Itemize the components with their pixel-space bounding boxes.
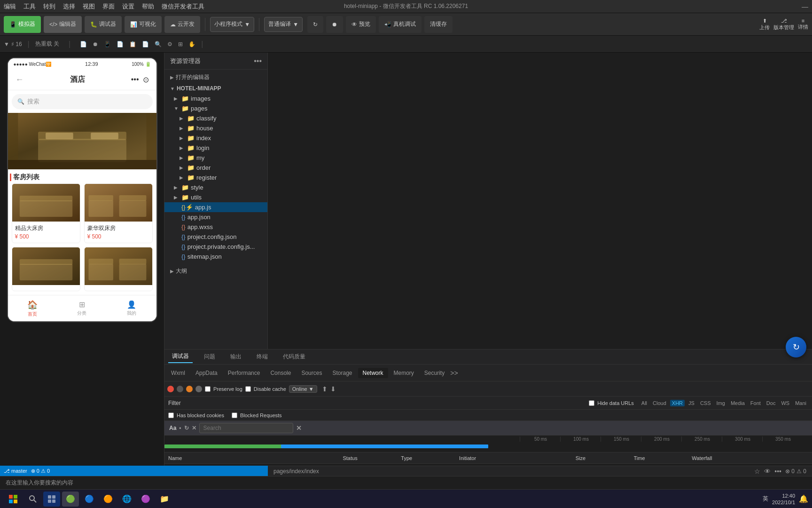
record-button[interactable]: ⏺: [326, 16, 343, 33]
refresh-button[interactable]: ↻: [307, 16, 323, 33]
preserve-log-checkbox[interactable]: [205, 386, 211, 392]
blocked-req-checkbox[interactable]: [232, 413, 237, 418]
tree-item-appwxss[interactable]: {} app.wxss: [164, 222, 267, 232]
cache-button[interactable]: 清缓存: [424, 16, 453, 33]
tree-item-my[interactable]: ▶ 📁 my: [164, 153, 267, 163]
search-close-btn[interactable]: ✕: [296, 424, 302, 432]
room-card-1[interactable]: 精品大床房 ¥ 500: [12, 183, 80, 243]
menu-item-settings[interactable]: 设置: [122, 2, 134, 11]
tree-item-sitemap[interactable]: {} sitemap.json: [164, 252, 267, 262]
filter-img[interactable]: Img: [715, 400, 727, 406]
devtools-tab-debugger[interactable]: 调试器: [168, 350, 193, 363]
menu-item-view[interactable]: 视图: [83, 2, 95, 11]
taskbar-search[interactable]: [24, 492, 41, 507]
grid-sec-btn[interactable]: ⊞: [178, 41, 183, 48]
floating-avatar[interactable]: ↻: [786, 337, 806, 357]
taskbar-browser[interactable]: 🌐: [118, 492, 135, 507]
disable-cache-checkbox[interactable]: [245, 386, 251, 392]
editor-button[interactable]: </> 编辑器: [44, 16, 82, 33]
gear-sec-btn[interactable]: ⚙: [167, 41, 172, 48]
hide-data-urls-checkbox[interactable]: [589, 400, 594, 406]
file-icon-btn[interactable]: 📄: [80, 41, 87, 48]
taskbar-app-5[interactable]: 🟣: [137, 492, 154, 507]
notification-icon[interactable]: 🔔: [799, 494, 808, 503]
tree-item-house[interactable]: ▶ 📁 house: [164, 123, 267, 133]
cloud-button[interactable]: ☁ 云开发: [164, 16, 200, 33]
record-network-button[interactable]: [167, 386, 174, 392]
more-status-icon[interactable]: •••: [774, 468, 781, 475]
more-icon[interactable]: •••: [131, 75, 139, 84]
tree-item-pages[interactable]: ▼ 📁 pages: [164, 103, 267, 113]
filter-ws[interactable]: WS: [779, 400, 791, 406]
compile-dropdown[interactable]: 普通编译 ▼: [264, 17, 303, 32]
nav-item-category[interactable]: ⊞ 分类: [57, 300, 107, 317]
preview-button[interactable]: 👁 预览: [346, 16, 376, 33]
errors-count[interactable]: ⊗ 0 ⚠ 0: [31, 468, 50, 474]
sub-tab-sources[interactable]: Sources: [297, 368, 327, 378]
nav-item-home[interactable]: 🏠 首页: [8, 300, 57, 318]
clear-search-icon[interactable]: ✕: [192, 425, 196, 431]
explorer-more-icon[interactable]: •••: [254, 57, 262, 65]
has-blocked-checkbox[interactable]: [168, 413, 174, 418]
filter-network-button[interactable]: [186, 386, 193, 392]
sub-tab-wxml[interactable]: Wxml: [166, 368, 190, 378]
version-button[interactable]: ⎇ 版本管理: [773, 18, 794, 31]
detail-button[interactable]: ≡ 详情: [798, 18, 808, 31]
real-device-button[interactable]: 📲 真机调试: [379, 16, 422, 33]
filter-css[interactable]: CSS: [698, 400, 713, 406]
tree-item-register[interactable]: ▶ 📁 register: [164, 173, 267, 183]
menu-item-interface[interactable]: 界面: [102, 2, 115, 11]
upload-har-icon[interactable]: ⬆: [322, 385, 328, 393]
record-sec-btn[interactable]: ⏺: [93, 41, 98, 48]
devtools-tab-quality[interactable]: 代码质量: [279, 351, 309, 363]
filter-doc[interactable]: Doc: [765, 400, 778, 406]
project-section[interactable]: ▼ HOTEL-MINIAPP: [164, 83, 267, 94]
room-card-4[interactable]: [84, 247, 153, 291]
mode-dropdown[interactable]: 小程序模式 ▼: [210, 17, 254, 32]
hand-sec-btn[interactable]: ✋: [188, 41, 195, 48]
start-button[interactable]: [4, 492, 23, 507]
filter-cloud[interactable]: Cloud: [651, 400, 668, 406]
tree-item-order[interactable]: ▶ 📁 order: [164, 163, 267, 173]
menu-item-tools[interactable]: 工具: [23, 2, 36, 11]
upload-button[interactable]: ⬆ 上传: [759, 18, 770, 31]
doc-sec-btn[interactable]: 📄: [117, 41, 124, 48]
menu-item-wechat[interactable]: 微信开发者工具: [162, 2, 204, 11]
menu-item-goto[interactable]: 转到: [43, 2, 55, 11]
taskbar-apps[interactable]: [43, 492, 60, 507]
nav-item-mine[interactable]: 👤 我的: [107, 300, 156, 317]
filter-font[interactable]: Font: [749, 400, 763, 406]
filter-mani[interactable]: Mani: [793, 400, 808, 406]
filter-xhr[interactable]: XHR: [670, 400, 685, 406]
tree-item-style[interactable]: ▶ 📁 style: [164, 183, 267, 192]
scale-control[interactable]: ▼ ♯ 16: [4, 41, 22, 48]
devtools-tab-output[interactable]: 输出: [226, 351, 245, 363]
search-network-button[interactable]: [195, 386, 202, 392]
room-card-3[interactable]: [12, 247, 80, 291]
taskbar-explorer-app[interactable]: 📁: [156, 492, 173, 507]
search-sec-btn[interactable]: 🔍: [155, 41, 162, 48]
tree-item-appjson[interactable]: {} app.json: [164, 212, 267, 222]
debugger-button[interactable]: 🐛 调试器: [85, 16, 122, 33]
sub-tab-performance[interactable]: Performance: [223, 368, 265, 378]
sub-tab-console[interactable]: Console: [265, 368, 296, 378]
online-dropdown[interactable]: Online ▼: [289, 385, 317, 393]
room-card-2[interactable]: 豪华双床房 ¥ 500: [84, 183, 153, 243]
open-editors-section[interactable]: ▶ 打开的编辑器: [164, 71, 267, 83]
refresh-search-icon[interactable]: ↻: [184, 425, 189, 431]
taskbar-wechat[interactable]: 🟢: [62, 492, 79, 507]
star-icon[interactable]: ☆: [754, 468, 760, 475]
outline-section[interactable]: ▶ 大纲: [164, 265, 267, 277]
phone-sec-btn[interactable]: 📱: [104, 41, 111, 48]
menu-item-help[interactable]: 帮助: [142, 2, 154, 11]
target-icon[interactable]: ⊙: [143, 75, 149, 84]
download-har-icon[interactable]: ⬇: [330, 385, 336, 393]
copy-sec-btn[interactable]: 📋: [129, 41, 136, 48]
tree-item-index[interactable]: ▶ 📁 index: [164, 133, 267, 143]
sub-tab-appdata[interactable]: AppData: [191, 368, 222, 378]
tree-item-login[interactable]: ▶ 📁 login: [164, 143, 267, 153]
tree-item-images[interactable]: ▶ 📁 images: [164, 94, 267, 103]
clear-network-button[interactable]: [177, 386, 183, 392]
eye-status-icon[interactable]: 👁: [764, 468, 771, 475]
sub-tab-security[interactable]: Security: [420, 368, 449, 378]
